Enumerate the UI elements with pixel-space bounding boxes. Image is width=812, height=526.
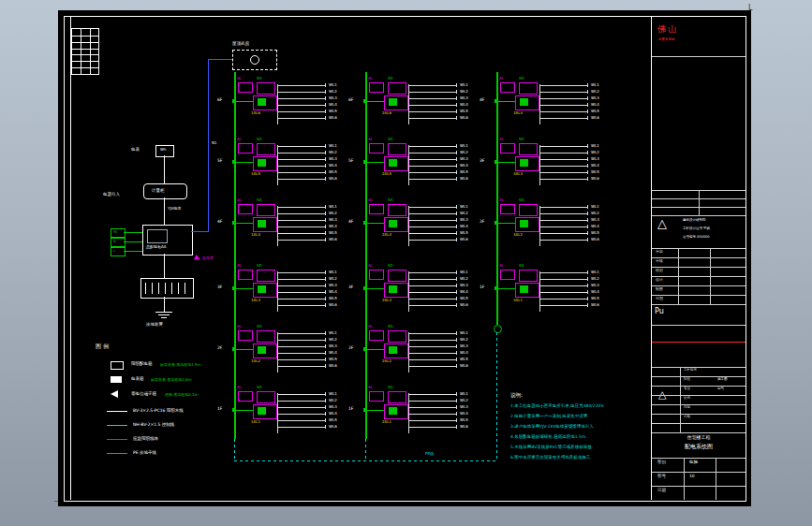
legend-symbol-name: 等电位端子箱 [131,391,156,396]
riser-drop-line [496,332,497,460]
circuit-line [277,172,326,173]
breaker-fill [389,159,397,167]
circuit-line [539,226,588,227]
switch-box-label: SD [519,263,524,268]
circuit-label: WL1 [591,204,599,209]
institute-logo-icon: △ [657,217,667,231]
circuit-label: WL6 [329,115,337,120]
circuit-tick [325,231,326,235]
circuit-label: WL4 [460,163,468,168]
drawing-sheet[interactable]: 电表 Wh 计量柜 电源引入 YJV电缆 总配电柜AA PENL 至车库 接地装… [58,10,751,506]
circuit-tick [456,392,457,396]
floor-meter-box [369,391,384,402]
circuit-line [408,105,457,106]
circuit-tick [325,144,326,148]
circuit-tick [456,418,457,422]
floor-meter-box [369,204,384,214]
circuit-label: WL4 [591,163,599,168]
circuit-tick [587,164,588,168]
circuit-line [277,420,326,421]
title-block-divider [652,414,746,415]
circuit-tick [325,405,326,409]
info-row-label: 专业 [684,387,690,390]
circuit-tick [325,399,326,402]
breaker-fill [389,407,397,415]
note-line: 5.支线采用BV导线穿PVC管沿墙及楼板暗敷. [510,445,593,449]
unit-label: 2AL2 [382,358,391,363]
circuit-tick [456,151,457,154]
circuit-label: WL1 [460,330,468,335]
circuit-line [408,220,457,221]
circuit-line [539,146,588,147]
main-panel: 总配电柜AA [142,225,193,256]
circuit-label: WL1 [460,270,468,274]
staff-row-label: 审定 [656,249,663,254]
ground-bar [161,317,167,318]
meter-box-label: AL [237,197,242,202]
floor-switch-box [519,204,538,216]
circuit-label: WL6 [460,424,468,429]
circuit-label: WL4 [460,102,468,107]
circuit-label: WL2 [591,276,599,281]
circuit-tick [325,225,326,228]
legend-symbol-spec: 嵌墙安装 底边距地1.5m [160,362,201,367]
circuit-line [408,414,457,415]
busbar-box [140,278,194,299]
note-line: 2.电能计量采用一户一表制,电表集中设置. [510,414,589,418]
tap-connector [365,410,384,411]
switch-box-label: SD [257,324,262,329]
signal-module-wire [124,251,142,252]
revision-table-line [72,42,98,43]
title-block-divider [652,423,746,424]
circuit-line [539,220,588,221]
circuit-line [539,159,588,160]
circuit-label: WL1 [329,270,337,274]
title-block-red-line [652,342,746,343]
distribution-box [515,156,539,171]
circuit-line [408,279,457,280]
breaker-fill [389,346,397,354]
circuit-tick [587,205,588,209]
circuit-label: WL5 [329,169,337,174]
meter-box-label: AL [368,76,373,80]
unit-label: 2AL3 [382,298,391,302]
circuit-tick [456,110,457,113]
meter-box: Wh [155,145,174,157]
circuit-tick [325,157,326,161]
ground-symbol [152,312,176,321]
circuit-line [277,285,326,286]
circuit-tick [325,412,326,416]
circuit-label: WL6 [329,302,337,307]
circuit-line [277,305,326,306]
pu-label: Pu [655,307,664,315]
binding-margin-line [70,16,71,500]
circuit-line [539,105,588,106]
circuit-label: WL1 [329,143,337,148]
title-block-divider [652,486,746,487]
feeder-line [208,59,209,232]
title-block-divider [652,56,746,57]
circuit-tick [325,170,326,174]
distribution-box [384,283,408,298]
revision-table-line [81,29,81,74]
circuit-tick [325,103,326,107]
wire-segment [164,297,165,312]
circuit-label: WL1 [329,391,337,396]
circuit-line [277,159,326,160]
circuit-tick [456,170,457,174]
circuit-tick [456,284,457,287]
floor-label: 5F [217,158,222,163]
meter-box-label: AL [368,324,373,329]
circuit-tick [587,96,588,100]
legend-symbol-row: 等电位端子箱明装 底边距地0.3m [94,388,279,402]
circuit-line [408,401,457,402]
circuit-tick [325,277,326,281]
signal-module-box: L [111,247,125,256]
floor-switch-box [257,330,275,343]
revision-table-line [72,54,98,55]
distribution-box [384,156,408,171]
floor-switch-box [388,82,406,95]
meter-box-label: AL [499,197,504,202]
meter-box-text: Wh [160,148,167,153]
circuit-line [408,92,457,93]
